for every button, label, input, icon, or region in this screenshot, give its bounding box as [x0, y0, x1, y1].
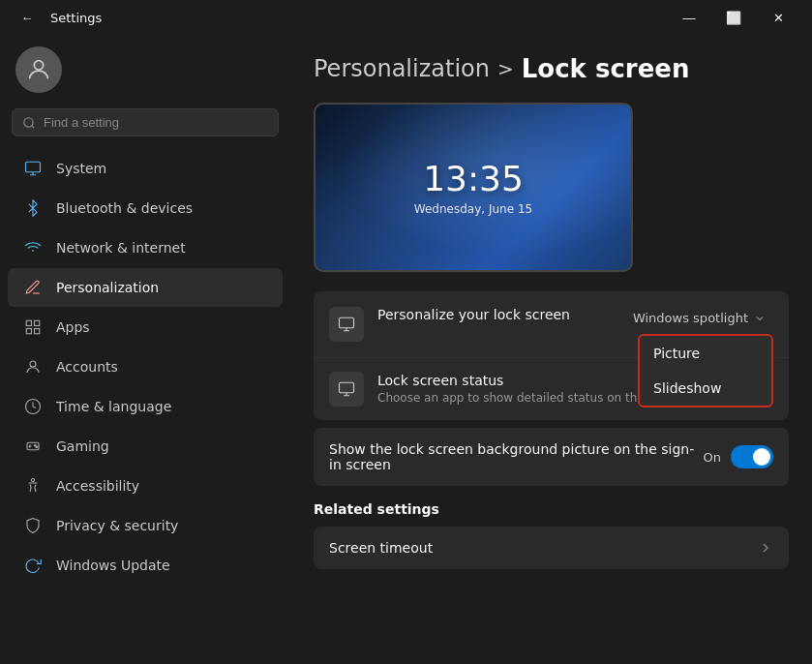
maximize-button[interactable]: ⬜	[711, 2, 756, 33]
sidebar-item-label-privacy: Privacy & security	[56, 518, 178, 533]
sidebar-item-label-update: Windows Update	[56, 558, 170, 573]
preview-date: Wednesday, June 15	[414, 202, 532, 216]
back-button[interactable]: ←	[12, 2, 43, 33]
gaming-icon	[23, 437, 43, 456]
accounts-icon	[23, 357, 43, 377]
personalize-dropdown-selected[interactable]: Windows spotlight	[625, 307, 773, 329]
lock-status-icon	[329, 372, 364, 407]
network-icon	[23, 238, 43, 257]
sidebar-item-update[interactable]: Windows Update	[8, 546, 283, 585]
svg-point-11	[35, 445, 37, 447]
back-icon: ←	[21, 11, 34, 25]
sidebar-item-network[interactable]: Network & internet	[8, 228, 283, 267]
system-icon	[23, 159, 43, 178]
close-button[interactable]: ✕	[756, 2, 800, 33]
sidebar-item-label-accounts: Accounts	[56, 359, 118, 375]
sign-in-toggle[interactable]	[731, 445, 773, 468]
svg-rect-2	[26, 162, 41, 172]
breadcrumb-parent[interactable]: Personalization	[314, 55, 490, 82]
svg-rect-5	[35, 329, 40, 334]
app-title: Settings	[50, 11, 102, 25]
sidebar-item-bluetooth[interactable]: Bluetooth & devices	[8, 189, 283, 227]
lock-screen-preview: 13:35 Wednesday, June 15	[314, 103, 633, 272]
svg-rect-4	[35, 320, 40, 325]
sidebar-item-time[interactable]: Time & language	[8, 387, 283, 426]
window-controls: — ⬜ ✕	[667, 2, 800, 33]
titlebar: ← Settings — ⬜ ✕	[0, 0, 812, 35]
sign-in-row: Show the lock screen background picture …	[314, 428, 789, 486]
sidebar-item-label-system: System	[56, 161, 106, 176]
sidebar-item-label-time: Time & language	[56, 399, 171, 414]
sidebar: System Bluetooth & devices Network & int…	[0, 35, 290, 664]
svg-rect-15	[340, 382, 354, 393]
personalize-dropdown-container: Windows spotlight Picture Slideshow	[625, 307, 773, 329]
sign-in-info: Show the lock screen background picture …	[329, 441, 704, 472]
svg-point-12	[36, 446, 38, 448]
sidebar-item-accounts[interactable]: Accounts	[8, 347, 283, 386]
sign-in-card: Show the lock screen background picture …	[314, 428, 789, 486]
sidebar-item-apps[interactable]: Apps	[8, 308, 283, 347]
sidebar-item-label-gaming: Gaming	[56, 438, 109, 454]
lock-screen-card: Personalize your lock screen Windows spo…	[314, 291, 789, 420]
svg-rect-14	[340, 317, 354, 328]
sidebar-item-personalization[interactable]: Personalization	[8, 268, 283, 307]
related-settings-card: Screen timeout	[314, 527, 789, 569]
breadcrumb-current: Lock screen	[522, 54, 690, 83]
privacy-icon	[23, 516, 43, 535]
screen-timeout-info: Screen timeout	[329, 540, 758, 556]
dropdown-item-picture[interactable]: Picture	[640, 336, 771, 371]
chevron-right-icon	[758, 540, 773, 556]
sidebar-item-label-accessibility: Accessibility	[56, 478, 139, 494]
breadcrumb-separator: >	[497, 57, 514, 80]
personalization-icon	[23, 278, 43, 297]
sidebar-item-label-bluetooth: Bluetooth & devices	[56, 200, 193, 216]
profile-section	[0, 35, 290, 108]
personalize-icon	[329, 307, 364, 342]
sidebar-item-system[interactable]: System	[8, 149, 283, 188]
toggle-label: On	[704, 450, 721, 465]
personalize-row: Personalize your lock screen Windows spo…	[314, 291, 789, 358]
sidebar-item-accessibility[interactable]: Accessibility	[8, 467, 283, 505]
personalize-title: Personalize your lock screen	[377, 307, 625, 322]
svg-point-0	[34, 61, 43, 70]
minimize-button[interactable]: —	[667, 2, 711, 33]
search-icon	[22, 116, 36, 130]
update-icon	[23, 556, 43, 575]
svg-point-1	[24, 117, 33, 126]
content-area: Personalization > Lock screen 13:35 Wedn…	[290, 35, 812, 664]
sign-in-title: Show the lock screen background picture …	[329, 441, 704, 472]
sidebar-item-privacy[interactable]: Privacy & security	[8, 506, 283, 545]
search-input[interactable]	[44, 115, 268, 130]
svg-point-13	[32, 479, 35, 482]
svg-point-7	[30, 361, 36, 367]
svg-rect-3	[26, 320, 31, 325]
personalize-info: Personalize your lock screen	[377, 307, 625, 322]
related-settings-title: Related settings	[314, 501, 789, 517]
avatar	[15, 46, 62, 93]
chevron-down-icon	[754, 313, 766, 324]
time-icon	[23, 397, 43, 416]
search-box[interactable]	[12, 108, 279, 136]
apps-icon	[23, 317, 43, 337]
sidebar-item-label-apps: Apps	[56, 319, 90, 335]
preview-time: 13:35	[423, 159, 524, 198]
dropdown-item-slideshow[interactable]: Slideshow	[640, 371, 771, 406]
sidebar-item-label-personalization: Personalization	[56, 280, 159, 295]
personalize-dropdown-menu: Picture Slideshow	[638, 334, 773, 407]
screen-timeout-title: Screen timeout	[329, 540, 758, 556]
dropdown-current-value: Windows spotlight	[633, 311, 748, 325]
bluetooth-icon	[23, 198, 43, 218]
accessibility-icon	[23, 476, 43, 496]
nav-list: System Bluetooth & devices Network & int…	[0, 148, 290, 586]
breadcrumb: Personalization > Lock screen	[314, 54, 789, 83]
sidebar-item-label-network: Network & internet	[56, 240, 186, 256]
sidebar-item-gaming[interactable]: Gaming	[8, 427, 283, 466]
svg-rect-6	[26, 329, 31, 334]
screen-timeout-row[interactable]: Screen timeout	[314, 527, 789, 569]
